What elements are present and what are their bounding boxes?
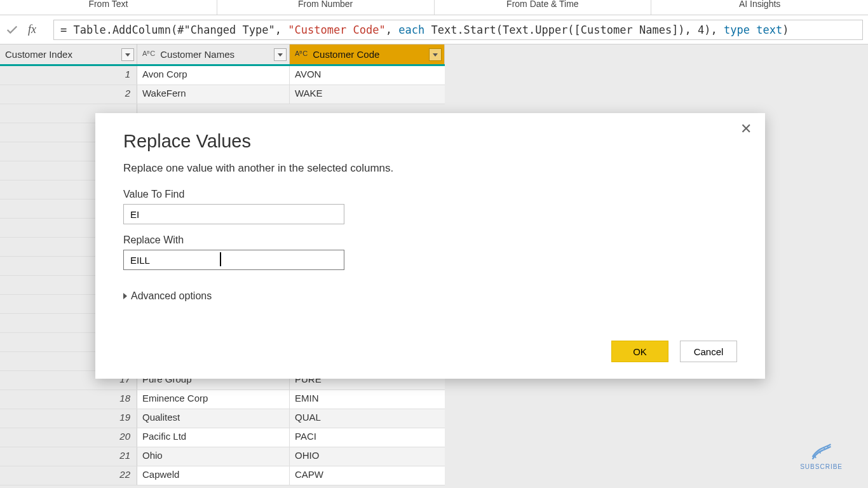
- formula-text: = Table.AddColumn(#"Changed Type", "Cust…: [60, 24, 789, 36]
- dialog-description: Replace one value with another in the se…: [123, 162, 740, 175]
- fx-icon: fx: [28, 23, 43, 36]
- formula-input[interactable]: = Table.AddColumn(#"Changed Type", "Cust…: [53, 20, 863, 40]
- close-icon[interactable]: ✕: [737, 121, 755, 139]
- cell-index: 1: [0, 66, 137, 85]
- column-header-customer-index[interactable]: Customer Index: [0, 44, 137, 64]
- column-label: Customer Index: [5, 49, 72, 60]
- cell-name: Qualitest: [137, 409, 290, 428]
- column-filter-icon[interactable]: [429, 48, 442, 61]
- table-row[interactable]: 21 Ohio OHIO: [0, 447, 445, 466]
- ribbon-from-date-time[interactable]: From Date & Time: [434, 0, 651, 15]
- cell-code: OHIO: [290, 447, 445, 466]
- ribbon-ai-insights[interactable]: AI Insights: [651, 0, 868, 15]
- grid-header: Customer Index AᴮC Customer Names AᴮC Cu…: [0, 44, 445, 66]
- replace-values-dialog: ✕ Replace Values Replace one value with …: [95, 113, 765, 379]
- advanced-options-toggle[interactable]: Advanced options: [123, 290, 740, 302]
- confirm-check-icon[interactable]: [5, 23, 19, 37]
- column-filter-icon[interactable]: [274, 48, 287, 61]
- cell-name: Capweld: [137, 466, 290, 485]
- replace-with-input[interactable]: [123, 250, 344, 270]
- cell-code: AVON: [290, 66, 445, 85]
- ribbon-sections: From Text From Number From Date & Time A…: [0, 0, 868, 15]
- table-row[interactable]: 18 Eminence Corp EMIN: [0, 390, 445, 409]
- cell-index: 20: [0, 428, 137, 447]
- subscribe-label: SUBSCRIBE: [800, 463, 843, 470]
- formula-bar: fx = Table.AddColumn(#"Changed Type", "C…: [0, 15, 868, 44]
- table-row[interactable]: 2 WakeFern WAKE: [0, 85, 445, 104]
- value-to-find-input[interactable]: [123, 204, 344, 224]
- subscribe-badge: SUBSCRIBE: [800, 442, 843, 470]
- column-label: Customer Names: [160, 49, 234, 60]
- ribbon-from-number[interactable]: From Number: [217, 0, 434, 15]
- table-row[interactable]: 19 Qualitest QUAL: [0, 409, 445, 428]
- ribbon-from-text[interactable]: From Text: [0, 0, 217, 15]
- cell-index: 18: [0, 390, 137, 409]
- cell-index: 21: [0, 447, 137, 466]
- ok-button[interactable]: OK: [611, 341, 668, 362]
- advanced-options-label: Advanced options: [131, 290, 212, 302]
- cell-name: Eminence Corp: [137, 390, 290, 409]
- cell-code: CAPW: [290, 466, 445, 485]
- cell-code: PACI: [290, 428, 445, 447]
- cell-name: Ohio: [137, 447, 290, 466]
- text-cursor-icon: [220, 252, 221, 266]
- cell-name: Avon Corp: [137, 66, 290, 85]
- column-header-customer-names[interactable]: AᴮC Customer Names: [137, 44, 290, 64]
- table-row[interactable]: 1 Avon Corp AVON: [0, 66, 445, 85]
- cell-name: WakeFern: [137, 85, 290, 104]
- replace-with-label: Replace With: [123, 234, 740, 246]
- value-to-find-label: Value To Find: [123, 189, 740, 200]
- cell-name: Pacific Ltd: [137, 428, 290, 447]
- text-type-icon: AᴮC: [295, 50, 308, 58]
- dialog-title: Replace Values: [123, 131, 740, 152]
- cell-index: 2: [0, 85, 137, 104]
- cell-code: WAKE: [290, 85, 445, 104]
- cell-index: 19: [0, 409, 137, 428]
- column-header-customer-code[interactable]: AᴮC Customer Code: [290, 44, 445, 64]
- chevron-right-icon: [123, 293, 127, 299]
- dna-icon: [810, 442, 833, 461]
- column-label: Customer Code: [313, 49, 379, 60]
- cell-index: 22: [0, 466, 137, 485]
- column-filter-icon[interactable]: [121, 48, 134, 61]
- cell-code: EMIN: [290, 390, 445, 409]
- cell-code: QUAL: [290, 409, 445, 428]
- svg-line-0: [815, 456, 816, 458]
- table-row[interactable]: 20 Pacific Ltd PACI: [0, 428, 445, 447]
- table-row[interactable]: 22 Capweld CAPW: [0, 466, 445, 485]
- text-type-icon: AᴮC: [142, 50, 155, 58]
- cancel-button[interactable]: Cancel: [680, 341, 737, 362]
